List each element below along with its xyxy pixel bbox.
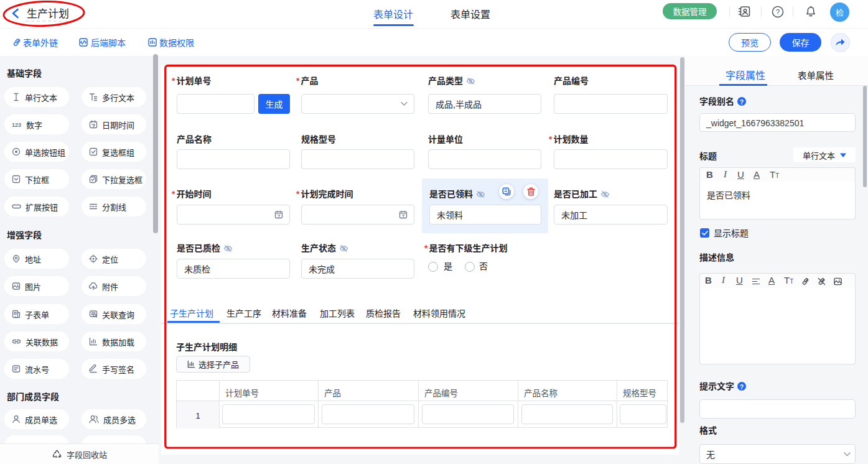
svg-text:123: 123 [12, 122, 21, 128]
svg-text:?: ? [776, 8, 780, 16]
